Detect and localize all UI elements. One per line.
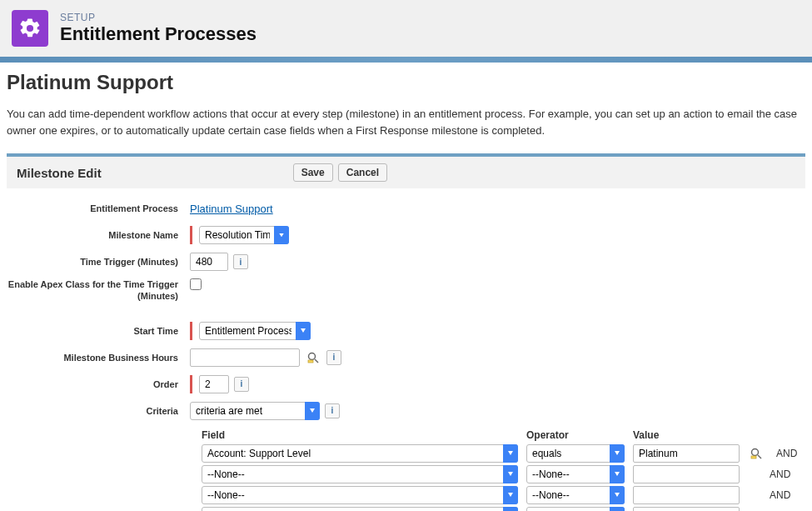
and-label: AND: [770, 489, 790, 501]
svg-rect-2: [308, 360, 313, 363]
criteria-field-select[interactable]: --None--: [202, 486, 518, 504]
section-title: Milestone Edit: [17, 166, 102, 180]
label-time-trigger: Time Trigger (Minutes): [7, 257, 190, 267]
criteria-operator-select[interactable]: --None--: [526, 507, 625, 511]
entitlement-process-link[interactable]: Platinum Support: [190, 203, 273, 215]
criteria-value-input[interactable]: [633, 507, 740, 511]
intro-text: You can add time-dependent workflow acti…: [7, 106, 805, 138]
required-indicator: [190, 322, 192, 340]
form-area: Entitlement Process Platinum Support Mil…: [7, 188, 805, 511]
criteria-row: --None----None--AND: [202, 507, 805, 511]
criteria-field-select[interactable]: --None--: [202, 507, 518, 511]
label-criteria: Criteria: [7, 406, 190, 416]
time-trigger-input[interactable]: [190, 253, 228, 271]
label-business-hours: Milestone Business Hours: [7, 353, 190, 363]
info-icon[interactable]: i: [234, 377, 249, 392]
col-header-field: Field: [202, 429, 518, 441]
lookup-icon[interactable]: [748, 445, 765, 462]
start-time-select[interactable]: Entitlement Process: [199, 322, 311, 340]
info-icon[interactable]: i: [233, 254, 248, 269]
criteria-operator-select[interactable]: equals: [526, 444, 625, 463]
criteria-row: --None----None--AND: [202, 486, 805, 504]
row-business-hours: Milestone Business Hours i: [7, 348, 805, 368]
enable-apex-checkbox[interactable]: [190, 278, 202, 290]
criteria-table: Field Operator Value Account: Support Le…: [202, 429, 805, 511]
svg-line-4: [758, 455, 761, 458]
info-icon[interactable]: i: [326, 350, 341, 365]
header-text: SETUP Entitlement Processes: [60, 12, 257, 45]
row-start-time: Start Time Entitlement Process: [7, 321, 805, 341]
main-content: Platinum Support You can add time-depend…: [0, 63, 812, 511]
row-criteria: Criteria criteria are met i: [7, 401, 805, 421]
section-buttons: Save Cancel: [293, 163, 387, 182]
criteria-select[interactable]: criteria are met: [190, 402, 320, 420]
svg-point-3: [752, 448, 759, 455]
svg-line-1: [315, 359, 318, 363]
label-milestone-name: Milestone Name: [7, 230, 190, 240]
and-label: AND: [776, 448, 797, 459]
row-time-trigger: Time Trigger (Minutes) i: [7, 252, 805, 272]
label-order: Order: [7, 379, 190, 389]
label-enable-apex: Enable Apex Class for the Time Trigger (…: [7, 278, 190, 303]
setup-label: SETUP: [60, 12, 257, 23]
criteria-operator-select[interactable]: --None--: [526, 486, 625, 504]
section-header: Milestone Edit Save Cancel: [7, 157, 805, 188]
col-header-value: Value: [633, 429, 740, 441]
page-title: Entitlement Processes: [60, 23, 257, 45]
criteria-value-input[interactable]: [633, 465, 740, 483]
order-input[interactable]: [199, 375, 229, 393]
lookup-icon[interactable]: [305, 349, 321, 366]
business-hours-input[interactable]: [190, 348, 300, 367]
row-entitlement-process: Entitlement Process Platinum Support: [7, 198, 805, 218]
and-label: AND: [770, 468, 790, 480]
criteria-value-input[interactable]: [633, 486, 740, 504]
setup-gear-icon: [12, 10, 48, 47]
criteria-value-input[interactable]: [633, 444, 740, 463]
label-start-time: Start Time: [7, 326, 190, 336]
svg-rect-5: [751, 456, 756, 458]
label-entitlement-process: Entitlement Process: [7, 203, 190, 213]
criteria-field-select[interactable]: --None--: [202, 465, 518, 483]
svg-point-0: [309, 353, 316, 359]
required-indicator: [190, 226, 192, 244]
criteria-header: Field Operator Value: [202, 429, 805, 441]
criteria-row: --None----None--AND: [202, 465, 805, 483]
required-indicator: [190, 375, 192, 393]
divider-strip: [0, 57, 812, 63]
milestone-name-select[interactable]: Resolution Time: [199, 226, 289, 244]
record-title: Platinum Support: [7, 71, 805, 94]
row-order: Order i: [7, 374, 805, 394]
row-enable-apex: Enable Apex Class for the Time Trigger (…: [7, 278, 805, 303]
save-button[interactable]: Save: [293, 163, 333, 182]
criteria-row: Account: Support LevelequalsAND: [202, 444, 805, 463]
criteria-operator-select[interactable]: --None--: [526, 465, 625, 483]
row-milestone-name: Milestone Name Resolution Time: [7, 225, 805, 245]
cancel-button[interactable]: Cancel: [338, 163, 387, 182]
col-header-operator: Operator: [526, 429, 625, 441]
info-icon[interactable]: i: [325, 403, 340, 418]
header-bar: SETUP Entitlement Processes: [0, 0, 812, 57]
criteria-field-select[interactable]: Account: Support Level: [202, 444, 518, 463]
